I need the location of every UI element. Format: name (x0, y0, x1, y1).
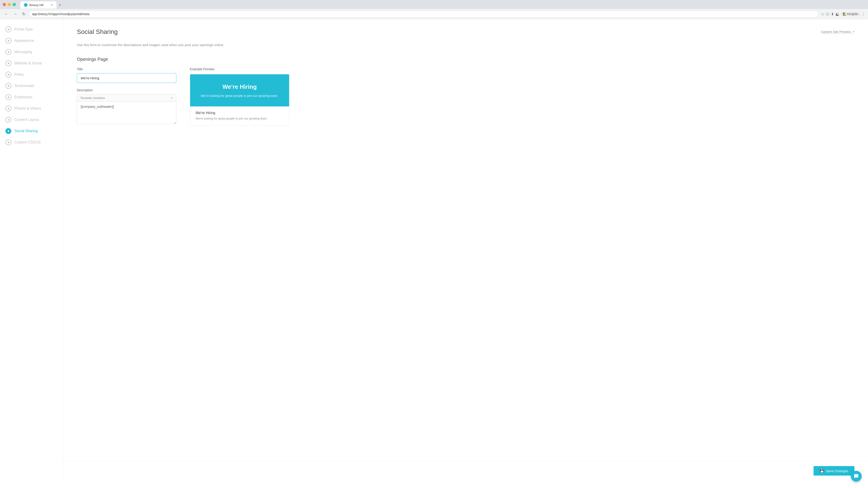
sidebar-item-label-photos-videos: Photos & Videos (14, 106, 41, 110)
sidebar-item-icon-content-layout (5, 117, 11, 123)
incognito-label: Incognito (847, 12, 858, 15)
form-right: Example Preview We're Hiring We're looki… (190, 67, 289, 126)
split-view-icon[interactable]: ⬕ (836, 12, 839, 16)
url-box[interactable]: app.breezy.hr/app/c/moodjoy/portal/meta (29, 11, 819, 18)
svg-point-1 (8, 40, 9, 41)
sidebar-item-employees[interactable]: Employees (0, 92, 63, 103)
sidebar-item-label-testimonials: Testimonials (14, 84, 34, 88)
save-icon: 💾 (820, 469, 824, 473)
sidebar-item-portal-type[interactable]: Portal Type (0, 24, 63, 35)
save-changes-button[interactable]: 💾 Save Changes (813, 466, 855, 476)
minimize-button[interactable] (8, 3, 11, 6)
circle-icon (7, 28, 10, 31)
sidebar-item-icon-website-social (5, 60, 11, 66)
external-link-icon: ↗ (852, 30, 855, 33)
browser-tab[interactable]: Breezy HR ✕ (20, 1, 57, 8)
sidebar-item-custom-css-js[interactable]: Custom CSS/JS (0, 137, 63, 148)
sidebar-item-appearance[interactable]: Appearance (0, 35, 63, 46)
preview-text-title: We're Hiring (195, 111, 284, 115)
url-text: app.breezy.hr/app/c/moodjoy/portal/meta (32, 12, 89, 16)
circle-icon (7, 119, 10, 121)
sidebar-item-website-social[interactable]: Website & Social (0, 58, 63, 69)
tab-close-icon[interactable]: ✕ (51, 3, 53, 6)
address-bar: ← → ↻ app.breezy.hr/app/c/moodjoy/portal… (0, 9, 868, 19)
svg-point-9 (8, 130, 9, 132)
new-tab-button[interactable]: + (57, 2, 64, 8)
svg-point-3 (8, 63, 9, 64)
sidebar-item-social-sharing[interactable]: Social Sharing (0, 125, 63, 137)
description-label: Description (77, 88, 176, 92)
sidebar-item-icon-appearance (5, 38, 11, 43)
preview-text-area: We're Hiring We're looking for great peo… (190, 106, 289, 125)
chevron-down-icon: ▼ (170, 97, 173, 99)
back-button[interactable]: ← (3, 11, 9, 17)
circle-icon (7, 51, 10, 54)
sidebar-item-label-appearance: Appearance (14, 39, 34, 43)
svg-point-6 (8, 96, 9, 98)
sidebar-item-messaging[interactable]: Messaging (0, 46, 63, 58)
content-area: Social Sharing Careers Site Preview ↗ Us… (63, 19, 868, 461)
svg-point-0 (8, 29, 9, 30)
description-textarea[interactable]: [[company_subheader]] (77, 101, 176, 124)
page-title: Social Sharing (77, 28, 118, 35)
sidebar-item-content-layout[interactable]: Content Layout (0, 114, 63, 125)
form-left: Title Description Template Variables ▼ [… (77, 67, 176, 126)
preview-banner-desc: We're looking for great people to join o… (197, 94, 282, 98)
sidebar-item-label-content-layout: Content Layout (14, 118, 39, 122)
circle-icon (7, 141, 10, 144)
sidebar-item-icon-photos-videos (5, 105, 11, 111)
sidebar-item-photos-videos[interactable]: Photos & Videos (0, 103, 63, 114)
extensions-icon[interactable]: ⬡ (826, 12, 829, 16)
title-label: Title (77, 67, 176, 71)
circle-icon (7, 107, 10, 110)
title-input[interactable] (77, 73, 176, 83)
address-actions: ☆ ⬡ ⬇ ⬕ 🕵 Incognito ⋮ (821, 12, 865, 16)
download-icon[interactable]: ⬇ (831, 12, 834, 16)
close-button[interactable] (3, 3, 6, 6)
svg-point-2 (8, 51, 9, 53)
svg-point-8 (8, 119, 9, 121)
refresh-button[interactable]: ↻ (21, 11, 27, 17)
save-label: Save Changes (826, 469, 848, 473)
sidebar-item-icon-perks (5, 72, 11, 77)
circle-icon (7, 39, 10, 42)
sidebar-item-icon-employees (5, 94, 11, 100)
sidebar-item-icon-portal-type (5, 26, 11, 32)
svg-point-4 (8, 74, 9, 75)
example-preview-label: Example Preview (190, 67, 289, 71)
careers-preview-label: Careers Site Preview (821, 30, 851, 34)
careers-preview-link[interactable]: Careers Site Preview ↗ (821, 30, 855, 34)
maximize-button[interactable] (13, 3, 16, 6)
circle-icon (7, 96, 10, 99)
sidebar-item-icon-custom-css-js (5, 139, 11, 145)
sidebar-item-label-custom-css-js: Custom CSS/JS (14, 140, 41, 144)
bookmark-icon[interactable]: ☆ (821, 12, 824, 16)
page-header: Social Sharing Careers Site Preview ↗ (77, 28, 855, 35)
save-bar: 💾 Save Changes (63, 461, 868, 480)
circle-icon (7, 73, 10, 76)
template-variables-dropdown[interactable]: Template Variables ▼ (77, 94, 176, 101)
browser-chrome: Breezy HR ✕ + ← → ↻ app.breezy.hr/app/c/… (0, 0, 868, 19)
incognito-badge: 🕵 Incognito (841, 12, 860, 16)
preview-text-desc: We're looking for great people to join o… (195, 116, 284, 121)
chat-bubble[interactable] (851, 471, 862, 480)
page-description: Use this form to customize the descripti… (77, 42, 230, 48)
circle-icon (7, 130, 10, 133)
incognito-icon: 🕵 (843, 12, 846, 15)
sidebar-item-label-employees: Employees (14, 95, 32, 99)
preview-card: We're Hiring We're looking for great peo… (190, 74, 289, 126)
sidebar-item-perks[interactable]: Perks (0, 69, 63, 80)
form-layout: Title Description Template Variables ▼ [… (77, 67, 855, 126)
menu-icon[interactable]: ⋮ (862, 12, 865, 16)
sidebar-item-label-website-social: Website & Social (14, 61, 42, 65)
circle-icon (7, 85, 10, 88)
sidebar: Portal Type Appearance Messaging Websi (0, 19, 63, 480)
sidebar-item-label-perks: Perks (14, 72, 24, 76)
sidebar-item-testimonials[interactable]: Testimonials (0, 80, 63, 92)
svg-point-7 (8, 108, 9, 109)
circle-icon (7, 62, 10, 65)
preview-banner-title: We're Hiring (197, 84, 282, 90)
tab-bar: Breezy HR ✕ + (18, 0, 66, 8)
forward-button[interactable]: → (12, 11, 19, 17)
template-vars-label: Template Variables (80, 96, 105, 100)
